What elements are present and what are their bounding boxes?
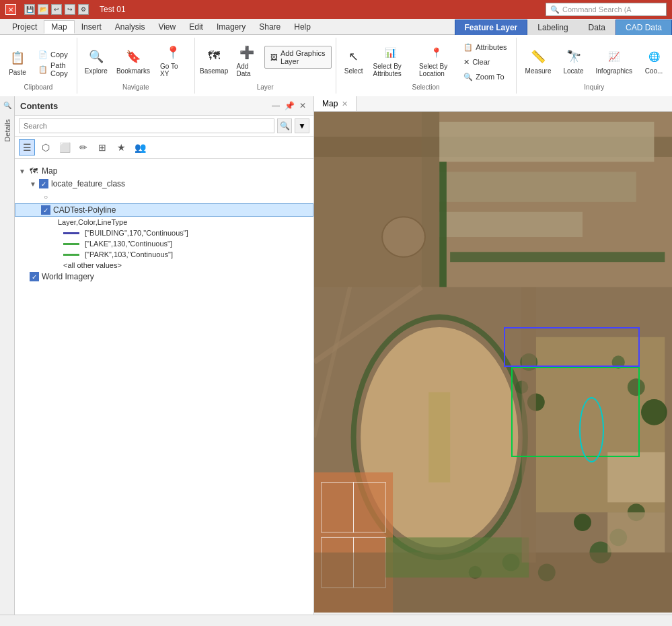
settings-button[interactable]: ⚙	[78, 4, 89, 15]
menu-analysis[interactable]: Analysis	[108, 21, 152, 33]
copy-label: Copy	[50, 50, 68, 59]
add-graphics-button[interactable]: 🖼 Add Graphics Layer	[264, 46, 332, 69]
select-by-attr-button[interactable]: 📊 Select By Attributes	[369, 40, 413, 81]
clear-label: Clear	[472, 58, 490, 66]
measure-button[interactable]: 📏 Measure	[521, 40, 556, 81]
menu-project[interactable]: Project	[5, 21, 44, 33]
add-data-button[interactable]: ➕ Add Data	[232, 40, 262, 81]
add-data-icon: ➕	[237, 44, 256, 61]
svg-rect-12	[428, 392, 450, 483]
contents-header-controls: — 📌 ✕	[270, 100, 308, 111]
world-imagery-checkbox[interactable]: ✓	[30, 272, 39, 281]
tree-item-world-imagery[interactable]: ✓ World Imagery	[15, 271, 313, 283]
inquiry-group: 📏 Measure 🔭 Locate 📈 Infographics 🌐 Coo.…	[517, 38, 672, 94]
contents-tree: ▼ 🗺 Map ▼ ✓ locate_feature_class ○	[15, 159, 313, 615]
add-data-label: Add Data	[237, 63, 257, 77]
go-to-xy-button[interactable]: 📍 Go To XY	[155, 40, 190, 81]
copy-button[interactable]: 📄 Copy	[34, 48, 73, 61]
tree-item-cad-polyline[interactable]: ✓ CADTest-Polyline	[15, 203, 313, 217]
locate-feature-checkbox[interactable]: ✓	[39, 179, 48, 188]
tab-cad-data[interactable]: CAD Data	[615, 20, 672, 35]
clear-icon: ✕	[463, 58, 470, 67]
coordinates-icon: 🌐	[644, 47, 663, 66]
tab-labeling[interactable]: Labeling	[527, 20, 578, 35]
select-by-loc-button[interactable]: 📍 Select By Location	[414, 40, 457, 81]
map-tab-close-button[interactable]: ✕	[342, 100, 348, 108]
save-button[interactable]: 💾	[24, 4, 35, 15]
contents-title: Contents	[20, 101, 58, 111]
menu-share[interactable]: Share	[252, 21, 287, 33]
blue-selection-rect	[504, 327, 640, 368]
basemap-label: Basemap	[200, 67, 228, 75]
select-button[interactable]: ↖ Select	[340, 40, 367, 81]
map-tab[interactable]: Map ✕	[314, 96, 357, 111]
star-button[interactable]: ★	[113, 139, 129, 155]
bookmarks-button[interactable]: 🔖 Bookmarks	[114, 40, 153, 81]
paste-button[interactable]: 📋 Paste	[4, 41, 31, 83]
path-copy-button[interactable]: 📋 Path Copy	[34, 63, 73, 76]
path-copy-icon: 📋	[38, 65, 48, 74]
open-button[interactable]: 📂	[38, 4, 48, 15]
explore-button[interactable]: 🔍 Explore	[81, 40, 111, 81]
locate-button[interactable]: 🔭 Locate	[559, 40, 589, 81]
legend-header: Layer,Color,LineType	[15, 217, 313, 228]
pin-button[interactable]: 📌	[284, 100, 295, 111]
redo-button[interactable]: ↪	[65, 4, 75, 15]
add-button[interactable]: ⊞	[94, 139, 110, 155]
filter-view-button[interactable]: ⬜	[57, 139, 73, 155]
tree-item-map[interactable]: ▼ 🗺 Map	[15, 164, 313, 178]
edit-button[interactable]: ✏	[75, 139, 91, 155]
svg-rect-5	[439, 172, 636, 202]
search-input[interactable]	[19, 118, 274, 133]
search-execute-button[interactable]: 🔍	[277, 118, 292, 133]
inquiry-buttons: 📏 Measure 🔭 Locate 📈 Infographics 🌐 Coo.…	[521, 40, 668, 83]
menu-insert[interactable]: Insert	[75, 21, 108, 33]
minimize-button[interactable]: —	[270, 100, 281, 111]
tab-data[interactable]: Data	[578, 20, 615, 35]
zoom-to-button[interactable]: 🔍 Zoom To	[459, 70, 511, 83]
menu-imagery[interactable]: Imagery	[210, 21, 252, 33]
search-options-button[interactable]: ▼	[295, 118, 309, 133]
locate-expand-arrow[interactable]: ▼	[30, 180, 39, 188]
clear-selection-button[interactable]: ✕ Clear	[459, 55, 511, 69]
navigate-group-label: Navigate	[81, 83, 190, 91]
map-canvas[interactable]	[314, 112, 672, 613]
list-view-button[interactable]: ☰	[19, 139, 35, 155]
details-label[interactable]: Details	[2, 114, 13, 147]
paste-icon: 📋	[8, 48, 27, 67]
menu-map[interactable]: Map	[44, 20, 74, 34]
contents-search-bar: 🔍 ▼	[15, 116, 313, 137]
undo-button[interactable]: ↩	[51, 4, 62, 15]
basemap-icon: 🗺	[204, 47, 223, 66]
close-panel-button[interactable]: ✕	[297, 100, 308, 111]
lake-legend-label: ["LAKE",130,"Continuous"]	[85, 240, 172, 248]
cad-polyline-label: CADTest-Polyline	[53, 205, 116, 215]
coordinates-button[interactable]: 🌐 Coo...	[640, 40, 668, 81]
inquiry-group-label: Inquiry	[521, 83, 668, 91]
people-button[interactable]: 👥	[132, 139, 148, 155]
locate-label: Locate	[564, 67, 584, 75]
infographics-button[interactable]: 📈 Infographics	[591, 40, 637, 81]
cad-polyline-checkbox[interactable]: ✓	[41, 205, 50, 215]
locate-feature-label: locate_feature_class	[51, 179, 125, 188]
map-expand-arrow[interactable]: ▼	[19, 168, 28, 175]
svg-rect-33	[607, 452, 665, 502]
coordinates-label: Coo...	[645, 67, 663, 75]
menu-help[interactable]: Help	[287, 21, 318, 33]
building-line-icon	[63, 232, 79, 234]
menu-edit[interactable]: Edit	[182, 21, 210, 33]
tree-item-locate-feature[interactable]: ▼ ✓ locate_feature_class	[15, 178, 313, 190]
go-to-xy-label: Go To XY	[160, 63, 186, 77]
menu-view[interactable]: View	[151, 21, 182, 33]
contents-toolbar: ☰ ⬡ ⬜ ✏ ⊞ ★ 👥	[15, 137, 313, 159]
command-search-input[interactable]: 🔍 Command Search (A	[546, 3, 667, 16]
attributes-button[interactable]: 📋 Attributes	[459, 40, 511, 54]
explore-icon: 🔍	[87, 47, 106, 66]
search-strip-icon[interactable]: 🔍	[1, 99, 13, 111]
basemap-button[interactable]: 🗺 Basemap	[199, 40, 229, 81]
tree-item-circle[interactable]: ○	[15, 190, 313, 203]
menu-ribbon-bar: Project Map Insert Analysis View Edit Im…	[0, 19, 672, 35]
tab-feature-layer[interactable]: Feature Layer	[455, 20, 528, 35]
close-button[interactable]: ✕	[5, 4, 16, 15]
cylinder-view-button[interactable]: ⬡	[38, 139, 54, 155]
